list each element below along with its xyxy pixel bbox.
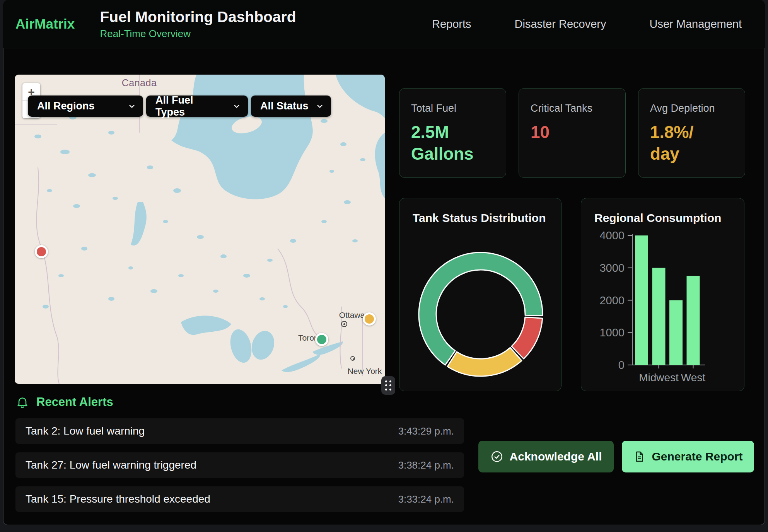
alert-timestamp: 3:43:29 p.m. xyxy=(398,425,454,437)
svg-text:4000: 4000 xyxy=(599,229,625,242)
tank-marker-critical[interactable] xyxy=(35,245,48,258)
map-art xyxy=(15,75,385,384)
region-filter-value: All Regions xyxy=(37,100,95,112)
generate-report-button[interactable]: Generate Report xyxy=(622,441,754,472)
regional-consumption-bar-chart: 01000200030004000MidwestWest xyxy=(581,198,745,392)
stat-label: Total Fuel xyxy=(411,102,506,114)
alert-row: Tank 15: Pressure threshold exceeded 3:3… xyxy=(15,486,464,512)
alert-row: Tank 2: Low fuel warning 3:43:29 p.m. xyxy=(15,418,464,444)
stat-value: 10 xyxy=(531,121,612,143)
title-block: Fuel Monitoring Dashboard Real-Time Over… xyxy=(100,9,296,40)
region-filter-dropdown[interactable]: All Regions xyxy=(28,95,143,117)
chevron-down-icon xyxy=(128,102,136,111)
alert-message: Tank 2: Low fuel warning xyxy=(26,425,145,437)
dashboard: AirMatrix Fuel Monitoring Dashboard Real… xyxy=(0,0,768,532)
stat-label: Critical Tanks xyxy=(531,102,625,114)
tank-status-donut-chart xyxy=(399,210,562,392)
regional-consumption-card: Regional Consumption 01000200030004000Mi… xyxy=(581,198,744,391)
alert-row: Tank 27: Low fuel warning triggered 3:38… xyxy=(15,452,464,478)
fuel-type-filter-value: All Fuel Types xyxy=(155,94,225,118)
stat-card-critical-tanks: Critical Tanks 10 xyxy=(519,88,626,178)
svg-text:0: 0 xyxy=(618,359,625,371)
nav-item-user-management[interactable]: User Management xyxy=(649,18,742,31)
svg-text:Midwest: Midwest xyxy=(639,372,679,384)
stat-card-avg-depletion: Avg Depletion 1.8%/day xyxy=(638,88,745,178)
generate-report-label: Generate Report xyxy=(652,450,742,463)
tank-marker-normal[interactable] xyxy=(315,333,328,346)
alert-message: Tank 15: Pressure threshold exceeded xyxy=(26,493,210,505)
map-canvas[interactable]: Canada Ottawa Toronto New York + − All R… xyxy=(15,75,385,384)
svg-text:2000: 2000 xyxy=(599,294,625,307)
status-filter-dropdown[interactable]: All Status xyxy=(251,95,331,117)
map-label-ottawa: Ottawa xyxy=(339,310,365,320)
main-nav: Reports Disaster Recovery User Managemen… xyxy=(432,18,742,31)
alert-timestamp: 3:33:24 p.m. xyxy=(398,493,454,505)
acknowledge-all-button[interactable]: Acknowledge All xyxy=(478,441,614,472)
stat-card-total-fuel: Total Fuel 2.5MGallons xyxy=(399,88,506,178)
stat-value: 1.8%/day xyxy=(650,121,731,165)
chevron-down-icon xyxy=(316,102,324,111)
svg-text:3000: 3000 xyxy=(599,262,625,274)
map-label-canada: Canada xyxy=(122,77,157,89)
chevron-down-icon xyxy=(232,102,241,111)
fuel-type-filter-dropdown[interactable]: All Fuel Types xyxy=(146,95,248,117)
nav-item-reports[interactable]: Reports xyxy=(432,18,471,31)
ottawa-town-icon xyxy=(341,321,347,327)
page-subtitle: Real-Time Overview xyxy=(100,28,296,40)
header: AirMatrix Fuel Monitoring Dashboard Real… xyxy=(3,0,765,48)
acknowledge-all-label: Acknowledge All xyxy=(510,450,602,463)
map-filters: All Regions All Fuel Types All Status xyxy=(28,95,331,117)
document-icon xyxy=(633,450,645,463)
alert-timestamp: 3:38:24 p.m. xyxy=(398,459,454,471)
tank-status-card: Tank Status Distribution xyxy=(399,198,561,391)
stat-value: 2.5MGallons xyxy=(411,121,492,165)
map-label-new-york: New York xyxy=(348,367,382,376)
svg-text:West: West xyxy=(681,372,705,384)
bell-icon xyxy=(15,395,29,409)
app-logo: AirMatrix xyxy=(15,16,75,32)
map-panel: Canada Ottawa Toronto New York + − All R… xyxy=(15,75,385,384)
stat-label: Avg Depletion xyxy=(650,102,745,114)
map-resize-handle[interactable] xyxy=(381,376,395,395)
svg-text:1000: 1000 xyxy=(599,326,625,339)
alerts-header: Recent Alerts xyxy=(15,395,113,409)
nav-item-disaster-recovery[interactable]: Disaster Recovery xyxy=(515,18,606,31)
alert-message: Tank 27: Low fuel warning triggered xyxy=(26,459,196,471)
tank-marker-warning[interactable] xyxy=(363,312,376,326)
status-filter-value: All Status xyxy=(260,100,309,112)
check-circle-icon xyxy=(490,450,503,463)
new-york-town-icon xyxy=(350,356,355,361)
page-title: Fuel Monitoring Dashboard xyxy=(100,9,296,26)
alerts-title: Recent Alerts xyxy=(36,395,113,409)
